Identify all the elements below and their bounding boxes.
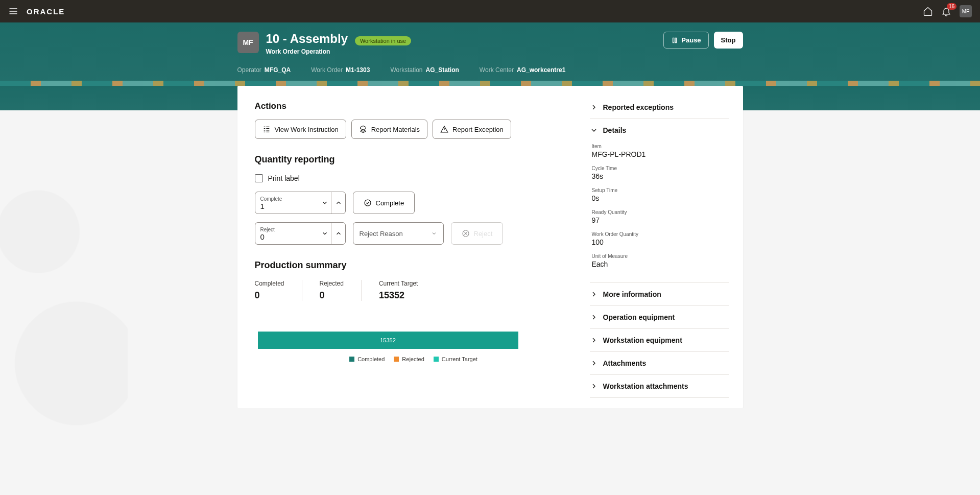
production-chart: 15352 Completed Rejected Current Target xyxy=(255,332,572,362)
user-avatar[interactable]: MF xyxy=(960,5,972,17)
detail-item: MFG-PL-PROD1 xyxy=(592,150,729,158)
svg-point-2 xyxy=(365,200,371,206)
reported-exceptions-toggle[interactable]: Reported exceptions xyxy=(590,96,729,119)
attachments-toggle[interactable]: Attachments xyxy=(590,352,729,374)
svg-rect-0 xyxy=(673,38,674,42)
more-info-toggle[interactable]: More information xyxy=(590,283,729,305)
reject-decrement[interactable] xyxy=(318,223,331,244)
quantity-heading: Quantity reporting xyxy=(255,154,572,165)
rejected-value: 0 xyxy=(320,290,344,301)
report-exception-button[interactable]: Report Exception xyxy=(433,120,511,139)
detail-woqty: 100 xyxy=(592,238,729,246)
report-materials-button[interactable]: Report Materials xyxy=(351,120,427,139)
brand-logo: ORACLE xyxy=(27,7,65,16)
reject-reason-select[interactable]: Reject Reason xyxy=(353,222,444,245)
detail-setup: 0s xyxy=(592,194,729,202)
detail-cycle: 36s xyxy=(592,172,729,180)
top-bar: ORACLE 16 MF xyxy=(0,0,980,22)
complete-stepper[interactable]: Complete 1 xyxy=(255,192,346,214)
reject-button[interactable]: Reject xyxy=(451,222,504,245)
workstation-equipment-toggle[interactable]: Workstation equipment xyxy=(590,329,729,351)
print-label-text: Print label xyxy=(268,174,300,182)
pause-button[interactable]: Pause xyxy=(663,32,708,49)
page-title: 10 - Assembly xyxy=(266,32,348,46)
notification-badge: 16 xyxy=(947,3,957,10)
page-subtitle: Work Order Operation xyxy=(266,48,412,55)
chart-bar-target: 15352 xyxy=(258,332,518,349)
detail-ready: 97 xyxy=(592,216,729,224)
print-label-checkbox[interactable] xyxy=(255,174,263,182)
page-header: MF 10 - Assembly Workstation in use Work… xyxy=(0,22,980,86)
complete-button[interactable]: Complete xyxy=(353,192,415,214)
header-meta: OperatorMFG_QA Work OrderM1-1303 Worksta… xyxy=(237,66,743,74)
summary-heading: Production summary xyxy=(255,260,572,271)
details-toggle[interactable]: Details xyxy=(590,119,729,142)
notifications-icon[interactable]: 16 xyxy=(941,6,951,16)
svg-rect-1 xyxy=(675,38,676,42)
actions-heading: Actions xyxy=(255,101,572,111)
completed-value: 0 xyxy=(255,290,284,301)
operation-equipment-toggle[interactable]: Operation equipment xyxy=(590,306,729,328)
view-work-instruction-button[interactable]: View Work Instruction xyxy=(255,120,346,139)
target-value: 15352 xyxy=(379,290,418,301)
menu-icon[interactable] xyxy=(8,6,18,16)
complete-increment[interactable] xyxy=(332,192,345,214)
workstation-attachments-toggle[interactable]: Workstation attachments xyxy=(590,375,729,397)
reject-increment[interactable] xyxy=(332,223,345,244)
complete-decrement[interactable] xyxy=(318,192,331,214)
home-icon[interactable] xyxy=(923,6,933,16)
detail-uom: Each xyxy=(592,260,729,268)
stop-button[interactable]: Stop xyxy=(714,32,743,49)
operation-avatar: MF xyxy=(237,32,259,53)
status-badge: Workstation in use xyxy=(355,36,411,45)
reject-stepper[interactable]: Reject 0 xyxy=(255,222,346,245)
